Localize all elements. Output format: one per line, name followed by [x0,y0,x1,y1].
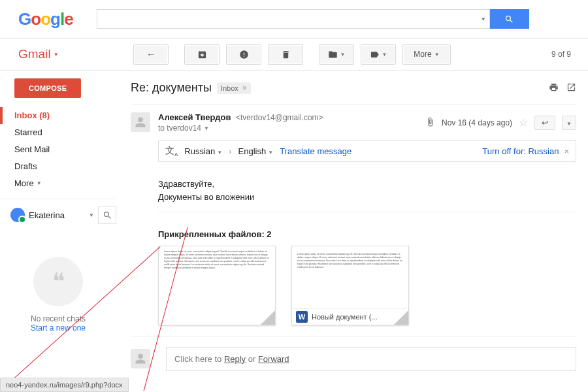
nav-drafts[interactable]: Drafts [0,158,116,175]
chevron-down-icon: ▼ [382,52,387,57]
replybox-text: Click here to [174,354,224,364]
logo-letter: o [31,9,41,29]
google-logo[interactable]: G o o g l e [18,9,73,29]
chevron-down-icon: ▼ [204,125,209,131]
archive-button[interactable] [184,44,220,65]
attachment-indicator-icon [425,117,435,129]
nav-starred[interactable]: Starred [0,124,116,141]
body-line: Здравствуйте, [158,178,576,191]
reply-link[interactable]: Reply [224,354,246,364]
sender-address: <tverdov14@gmail.com> [236,113,323,122]
forward-link[interactable]: Forward [258,354,289,364]
label-chip-text: Inbox [221,84,238,92]
search-button[interactable] [490,9,529,29]
logo-letter: g [50,9,60,29]
message-header: Алексей Твердов <tverdov14@gmail.com> to… [131,105,576,336]
more-actions-button[interactable]: More▼ [402,44,451,65]
chevron-down-icon: ▼ [434,52,440,57]
hangouts-empty-text: No recent chats [0,314,116,323]
nav-more-label: More [14,178,34,189]
message-subject: Re: документы [131,81,212,95]
attachment-filename: Новый документ (... [312,313,378,321]
spam-button[interactable] [226,44,261,65]
nav-sent[interactable]: Sent Mail [0,141,116,158]
new-window-button[interactable] [566,82,576,94]
hangouts-start-link[interactable]: Start a new one [0,323,116,333]
arrow-right-icon: › [229,146,231,156]
translate-link[interactable]: Translate message [280,146,351,156]
spam-icon [239,50,249,59]
doc-preview: Lorem ipsum dolor sit amet, consectetur … [292,246,408,273]
chevron-down-icon: ▼ [89,212,94,218]
chevron-down-icon: ▼ [566,121,572,127]
account-switcher[interactable]: Ekaterina ▼ [0,199,116,224]
paperclip-icon [425,117,435,127]
delete-button[interactable] [268,44,303,65]
chevron-down-icon: ▼ [217,150,222,155]
action-toolbar: Gmail ▼ ← ▼ ▼ More▼ 9 of 9 [0,39,588,71]
chevron-down-icon: ▼ [268,150,273,155]
back-button[interactable]: ← [133,44,169,65]
person-icon [135,116,146,128]
nav-inbox[interactable]: Inbox (8) [0,107,116,124]
nav-more[interactable]: More▼ [0,175,116,192]
reply-forward-box[interactable]: Click here to Reply or Forward [166,347,576,371]
attachments-header: Прикрепленных файлов: 2 [158,221,576,246]
logo-letter: o [41,9,50,29]
content-area: COMPOSE Inbox (8) Starred Sent Mail Draf… [0,71,588,392]
search-icon [504,14,514,24]
remove-label-icon[interactable]: × [242,84,247,93]
message-pane: Re: документы Inbox× Алексей Твердов <tv… [116,71,588,392]
chevron-down-icon: ▼ [37,178,42,189]
dogear-icon [261,310,275,325]
reply-footer: Click here to Reply or Forward [131,336,576,382]
sidebar: COMPOSE Inbox (8) Starred Sent Mail Draf… [0,71,116,392]
gmail-brand[interactable]: Gmail ▼ [18,47,123,61]
replybox-text: or [246,354,258,364]
target-language[interactable]: English▼ [238,146,274,156]
attachment-thumb-1[interactable]: Lorem ipsum dolor sit amet, consectetur … [158,246,276,325]
search-options-dropdown[interactable]: ▼ [478,9,490,29]
close-icon[interactable]: × [564,146,569,156]
reply-menu-button[interactable]: ▼ [562,116,576,130]
attachment-thumb-2[interactable]: Lorem ipsum dolor sit amet, consectetur … [291,246,409,325]
label-chip[interactable]: Inbox× [217,82,251,94]
search-input[interactable] [97,9,478,29]
avatar [10,208,25,222]
compose-button[interactable]: COMPOSE [14,78,81,98]
star-button[interactable]: ☆ [519,116,528,129]
logo-letter: G [18,9,31,29]
message-counter: 9 of 9 [545,50,578,59]
source-language[interactable]: Russian▼ [184,146,222,156]
label-icon [370,50,380,59]
self-avatar [131,349,150,368]
folder-icon [328,50,338,59]
people-search-button[interactable] [98,206,116,224]
reply-arrow-icon: ↩ [542,118,548,127]
brand-label: Gmail [18,47,51,61]
hangouts-icon: ❝ [33,257,83,306]
search-icon [103,210,112,220]
logo-letter: e [64,9,73,29]
move-to-button[interactable]: ▼ [319,44,354,65]
recipient-line[interactable]: to tverdov14▼ [158,123,323,133]
subject-row: Re: документы Inbox× [131,78,576,105]
chevron-down-icon: ▼ [481,16,486,22]
top-bar: G o o g l e ▼ [0,0,588,39]
popout-icon [566,82,576,92]
labels-button[interactable]: ▼ [361,44,396,65]
search-box: ▼ [97,9,529,29]
browser-status-bar: neo4-yandex.ru/images/r9.php?docx [0,378,129,392]
sender-avatar [131,112,150,132]
message-date: Nov 16 (4 days ago) [442,118,512,127]
account-name: Ekaterina [29,210,85,220]
translate-turnoff-link[interactable]: Turn off for: Russian [482,146,559,156]
print-icon [549,82,559,92]
print-button[interactable] [549,82,559,94]
body-line: Документы во вложении [158,191,576,204]
reply-button[interactable]: ↩ [534,116,555,130]
chevron-down-icon: ▼ [340,52,346,57]
more-label: More [414,50,431,59]
trash-icon [281,50,291,59]
back-arrow-icon: ← [146,49,155,59]
